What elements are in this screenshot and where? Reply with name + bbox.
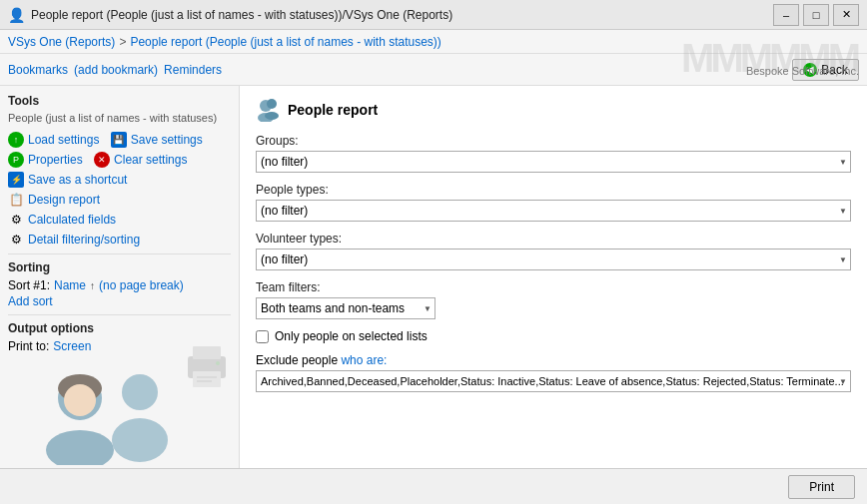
detail-filtering-link[interactable]: Detail filtering/sorting — [28, 233, 140, 247]
breadcrumb-part1[interactable]: VSys One (Reports) — [8, 35, 115, 49]
svg-point-6 — [122, 374, 158, 410]
shortcut-icon: ⚡ — [8, 172, 24, 188]
team-filters-label: Team filters: — [256, 280, 851, 294]
reminders-link[interactable]: Reminders — [164, 63, 222, 77]
left-panel: Tools People (just a list of names - wit… — [0, 86, 240, 504]
add-sort-row: Add sort — [8, 294, 231, 308]
avatar-svg — [10, 370, 180, 465]
exclude-select-wrapper — [256, 370, 851, 392]
properties-link[interactable]: Properties — [28, 153, 83, 167]
only-people-row: Only people on selected lists — [256, 329, 851, 343]
calc-icon: ⚙ — [8, 212, 24, 228]
back-icon: ◀ — [803, 63, 817, 77]
groups-row: Groups: (no filter) — [256, 134, 851, 173]
exclude-text: Exclude people — [256, 353, 338, 367]
bottom-bar: Print — [0, 468, 867, 504]
report-header: People report — [256, 98, 851, 122]
save-settings-icon: 💾 — [111, 132, 127, 148]
load-settings-row: ↑ Load settings 💾 Save settings — [8, 132, 231, 148]
sort1-label: Sort #1: — [8, 278, 50, 292]
design-report-link[interactable]: Design report — [28, 193, 100, 207]
exclude-who-label: who are: — [341, 353, 387, 367]
breadcrumb-part2[interactable]: People report (People (just a list of na… — [130, 35, 440, 49]
sort1-row: Sort #1: Name ↑ (no page break) — [8, 278, 231, 292]
properties-icon: P — [8, 152, 24, 168]
window-title: People report (People (just a list of na… — [31, 8, 773, 22]
svg-rect-4 — [197, 380, 212, 382]
add-bookmark-link[interactable]: (add bookmark) — [74, 63, 158, 77]
volunteer-types-label: Volunteer types: — [256, 232, 851, 246]
calculated-fields-link[interactable]: Calculated fields — [28, 213, 116, 227]
people-types-select[interactable]: (no filter) — [256, 200, 851, 222]
design-icon: 📋 — [8, 192, 24, 208]
window-controls: – □ ✕ — [773, 4, 859, 26]
svg-point-15 — [265, 112, 279, 120]
save-settings-link[interactable]: Save settings — [131, 133, 203, 147]
calculated-fields-row: ⚙ Calculated fields — [8, 212, 231, 228]
people-types-select-wrapper: (no filter) — [256, 200, 851, 222]
sort1-arrow: ↑ — [90, 280, 95, 291]
report-title: People report — [288, 102, 378, 118]
svg-rect-1 — [193, 346, 221, 359]
printer-watermark — [180, 341, 235, 394]
save-shortcut-link[interactable]: Save as a shortcut — [28, 173, 127, 187]
tools-subtitle: People (just a list of names - with stat… — [8, 112, 231, 124]
svg-point-13 — [267, 99, 277, 109]
groups-select[interactable]: (no filter) — [256, 151, 851, 173]
tools-title: Tools — [8, 94, 231, 108]
report-header-icon — [256, 98, 280, 122]
breadcrumb-separator: > — [119, 35, 126, 49]
detail-filtering-row: ⚙ Detail filtering/sorting — [8, 232, 231, 248]
print-to-label: Print to: — [8, 339, 49, 353]
only-people-label: Only people on selected lists — [275, 329, 428, 343]
load-settings-icon: ↑ — [8, 132, 24, 148]
right-panel: People report Groups: (no filter) People… — [240, 86, 867, 504]
output-title: Output options — [8, 321, 231, 335]
breadcrumb-bar: VSys One (Reports) > People report (Peop… — [0, 30, 867, 54]
volunteer-types-select[interactable]: (no filter) — [256, 249, 851, 270]
team-filters-select[interactable]: Both teams and non-teams — [256, 297, 435, 319]
sorting-title: Sorting — [8, 260, 231, 274]
print-to-value[interactable]: Screen — [53, 339, 91, 353]
app-icon: 👤 — [8, 7, 25, 23]
properties-row: P Properties ✕ Clear settings — [8, 152, 231, 168]
design-report-row: 📋 Design report — [8, 192, 231, 208]
svg-point-11 — [64, 384, 96, 416]
sort1-break[interactable]: (no page break) — [99, 278, 184, 292]
back-button[interactable]: ◀ Back — [792, 59, 859, 81]
groups-select-wrapper: (no filter) — [256, 151, 851, 173]
volunteer-types-row: Volunteer types: (no filter) — [256, 232, 851, 270]
svg-point-9 — [46, 430, 114, 465]
minimize-button[interactable]: – — [773, 4, 799, 26]
save-shortcut-row: ⚡ Save as a shortcut — [8, 172, 231, 188]
maximize-button[interactable]: □ — [803, 4, 829, 26]
team-filters-select-wrapper: Both teams and non-teams — [256, 297, 435, 319]
back-label: Back — [821, 63, 848, 77]
volunteer-types-select-wrapper: (no filter) — [256, 249, 851, 270]
people-types-label: People types: — [256, 183, 851, 197]
only-people-checkbox[interactable] — [256, 330, 269, 343]
svg-point-7 — [112, 418, 168, 462]
clear-settings-icon: ✕ — [94, 152, 110, 168]
print-button[interactable]: Print — [788, 475, 855, 499]
filter-icon: ⚙ — [8, 232, 24, 248]
exclude-row: Exclude people who are: — [256, 353, 851, 392]
svg-rect-2 — [193, 371, 221, 387]
load-settings-link[interactable]: Load settings — [28, 133, 99, 147]
toolbar-row: Bookmarks (add bookmark) Reminders ◀ Bac… — [0, 54, 867, 86]
close-button[interactable]: ✕ — [833, 4, 859, 26]
divider2 — [8, 314, 231, 315]
sort1-field[interactable]: Name — [54, 278, 86, 292]
team-filters-row: Team filters: Both teams and non-teams — [256, 280, 851, 319]
groups-label: Groups: — [256, 134, 851, 148]
main-layout: Tools People (just a list of names - wit… — [0, 86, 867, 504]
svg-point-5 — [216, 361, 220, 365]
add-sort-link[interactable]: Add sort — [8, 294, 53, 308]
exclude-input[interactable] — [256, 370, 851, 392]
clear-settings-link[interactable]: Clear settings — [114, 153, 187, 167]
printer-svg — [180, 341, 235, 391]
title-bar: 👤 People report (People (just a list of … — [0, 0, 867, 30]
people-types-row: People types: (no filter) — [256, 183, 851, 222]
bookmarks-link[interactable]: Bookmarks — [8, 63, 68, 77]
avatar-watermark — [10, 370, 180, 468]
